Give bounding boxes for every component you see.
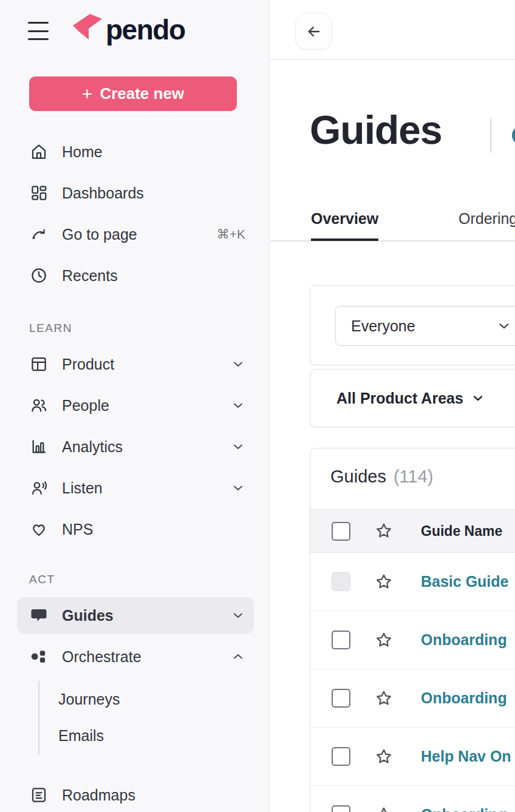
sidebar-item-label: Emails xyxy=(58,727,104,745)
sidebar-item-roadmaps[interactable]: Roadmaps xyxy=(17,780,254,810)
star-icon[interactable] xyxy=(374,689,394,708)
guides-table-card: Guides(114) Guide Name Basic G xyxy=(310,448,515,812)
keyboard-shortcut: ⌘+K xyxy=(217,227,245,242)
chevron-down-icon xyxy=(231,439,245,454)
create-new-button[interactable]: + Create new xyxy=(29,76,237,111)
sidebar-item-label: Listen xyxy=(62,479,103,497)
home-icon xyxy=(29,142,49,161)
sidebar-item-analytics[interactable]: Analytics xyxy=(17,432,254,461)
sidebar-item-recents[interactable]: Recents xyxy=(17,261,254,290)
sidebar-item-home[interactable]: Home xyxy=(17,137,254,166)
page-title: Guides xyxy=(310,107,442,153)
audience-select[interactable]: Everyone xyxy=(335,306,515,346)
orchestrate-icon xyxy=(29,647,49,666)
chevron-up-icon xyxy=(231,649,245,664)
heart-icon xyxy=(29,519,49,539)
star-icon[interactable] xyxy=(374,631,394,650)
listen-icon xyxy=(29,478,49,498)
tab-overview[interactable]: Overview xyxy=(311,210,378,228)
chevron-down-icon xyxy=(471,391,485,405)
go-to-page-icon xyxy=(29,225,49,244)
guide-name-link[interactable]: Onboarding xyxy=(421,689,507,707)
sidebar-item-label: Recents xyxy=(62,267,118,285)
guide-name-link[interactable]: Onboarding xyxy=(421,631,507,649)
table-header-row: Guide Name xyxy=(310,509,515,553)
subnav-indent-line xyxy=(38,681,39,755)
star-icon[interactable] xyxy=(374,572,394,592)
guide-info-icon[interactable] xyxy=(512,126,515,145)
row-checkbox[interactable] xyxy=(332,631,350,649)
sidebar-item-label: Home xyxy=(62,143,103,161)
sidebar-item-label: Go to page xyxy=(62,226,137,243)
pendo-app: pendo + Create new Home Dashboards xyxy=(0,0,515,812)
product-areas-label: All Product Areas xyxy=(336,390,463,407)
title-divider xyxy=(490,118,491,153)
sidebar-item-people[interactable]: People xyxy=(17,391,254,420)
tab-ordering[interactable]: Ordering xyxy=(459,210,515,228)
chevron-down-icon xyxy=(231,481,245,495)
pendo-logomark-icon xyxy=(72,12,103,47)
sidebar-item-label: Guides xyxy=(62,607,114,624)
sidebar-item-guides[interactable]: Guides xyxy=(17,597,254,634)
sidebar-item-journeys[interactable]: Journeys xyxy=(58,686,228,712)
table-row: Basic Guide xyxy=(310,553,515,611)
sidebar-item-label: People xyxy=(62,397,109,414)
select-all-checkbox[interactable] xyxy=(332,522,350,541)
row-checkbox[interactable] xyxy=(332,689,350,708)
table-count: (114) xyxy=(394,467,434,486)
guide-name-link[interactable]: Onboarding xyxy=(421,806,507,812)
main-content: Guides Overview Ordering Everyone All Pr… xyxy=(270,0,515,812)
tab-bar: Overview Ordering xyxy=(270,206,515,242)
audience-filter-card: Everyone xyxy=(310,285,515,365)
chevron-down-icon xyxy=(496,318,512,334)
chevron-down-icon xyxy=(231,357,245,371)
sidebar-item-go-to-page[interactable]: Go to page ⌘+K xyxy=(17,220,254,249)
hamburger-menu-icon[interactable] xyxy=(28,22,49,40)
table-row: Help Nav On xyxy=(310,728,515,786)
dashboards-icon xyxy=(29,183,49,203)
row-checkbox[interactable] xyxy=(332,805,350,812)
create-new-label: Create new xyxy=(100,84,184,103)
guide-name-link[interactable]: Basic Guide xyxy=(421,573,509,590)
roadmaps-icon xyxy=(29,785,49,805)
sidebar-item-dashboards[interactable]: Dashboards xyxy=(17,178,254,208)
people-icon xyxy=(29,396,49,415)
sidebar-item-product[interactable]: Product xyxy=(17,350,254,379)
chevron-down-icon xyxy=(231,398,245,413)
row-checkbox[interactable] xyxy=(332,747,350,766)
table-row: Onboarding xyxy=(310,786,515,812)
section-label-act: ACT xyxy=(29,573,55,586)
clock-icon xyxy=(29,266,49,285)
sidebar-item-label: NPS xyxy=(62,521,93,538)
row-checkbox-disabled xyxy=(332,572,350,591)
arrow-left-icon xyxy=(305,23,322,40)
table-row: Onboarding xyxy=(310,611,515,669)
sidebar-item-emails[interactable]: Emails xyxy=(58,722,228,749)
guide-name-link[interactable]: Help Nav On xyxy=(421,748,511,765)
sidebar-item-label: Analytics xyxy=(62,438,123,456)
chevron-down-icon xyxy=(231,608,245,623)
star-icon[interactable] xyxy=(374,805,394,812)
sidebar-item-label: Product xyxy=(62,356,114,373)
sidebar-item-listen[interactable]: Listen xyxy=(17,473,254,502)
pendo-logo: pendo xyxy=(72,12,185,47)
table-title-text: Guides xyxy=(330,467,386,486)
column-header-guide-name: Guide Name xyxy=(421,523,502,540)
sidebar-item-nps[interactable]: NPS xyxy=(17,515,254,544)
guides-icon xyxy=(29,606,49,625)
audience-select-value: Everyone xyxy=(351,317,415,335)
star-icon[interactable] xyxy=(374,747,394,766)
back-button[interactable] xyxy=(295,13,332,50)
product-areas-dropdown[interactable]: All Product Areas xyxy=(336,390,485,407)
table-title: Guides(114) xyxy=(330,467,433,487)
sidebar-item-label: Dashboards xyxy=(62,184,144,202)
table-row: Onboarding xyxy=(310,669,515,728)
star-icon[interactable] xyxy=(374,521,394,541)
analytics-icon xyxy=(29,437,49,456)
sidebar-item-label: Roadmaps xyxy=(62,787,135,804)
sidebar: pendo + Create new Home Dashboards xyxy=(0,0,270,812)
sidebar-item-label: Orchestrate xyxy=(62,648,142,666)
sidebar-item-orchestrate[interactable]: Orchestrate xyxy=(17,642,254,671)
sidebar-item-label: Journeys xyxy=(58,691,120,708)
section-label-learn: LEARN xyxy=(29,322,72,335)
